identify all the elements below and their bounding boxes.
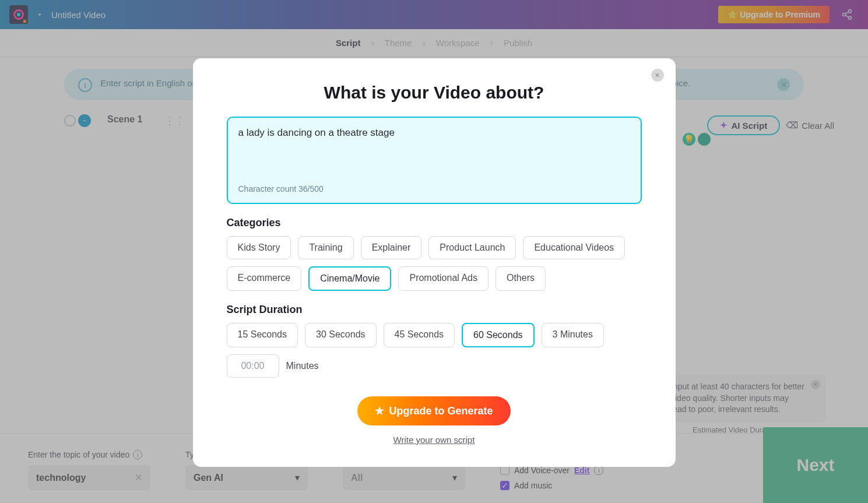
category-chip-e-commerce[interactable]: E-commerce: [227, 266, 302, 291]
custom-duration-input[interactable]: 00:00: [227, 354, 279, 378]
category-chip-training[interactable]: Training: [298, 236, 353, 259]
category-chip-kids-story[interactable]: Kids Story: [227, 236, 291, 259]
close-icon[interactable]: ✕: [651, 69, 664, 82]
category-chip-explainer[interactable]: Explainer: [361, 236, 422, 259]
category-chip-promotional-ads[interactable]: Promotional Ads: [398, 266, 489, 291]
category-chip-educational-videos[interactable]: Educational Videos: [523, 236, 625, 259]
char-count: Character count 36/500: [238, 184, 630, 194]
custom-duration-unit: Minutes: [286, 361, 319, 371]
star-icon: ★: [375, 404, 384, 417]
write-own-script-link[interactable]: Write your own script: [227, 435, 642, 445]
upgrade-generate-button[interactable]: ★ Upgrade to Generate: [357, 396, 510, 425]
modal-title: What is your Video about?: [227, 83, 642, 103]
duration-chip-3-minutes[interactable]: 3 Minutes: [542, 323, 604, 347]
category-chip-cinema-movie[interactable]: Cinema/Movie: [308, 266, 391, 291]
category-chip-product-launch[interactable]: Product Launch: [428, 236, 516, 259]
duration-label: Script Duration: [227, 304, 642, 316]
duration-chip-60-seconds[interactable]: 60 Seconds: [462, 323, 535, 347]
categories-label: Categories: [227, 217, 642, 229]
prompt-textarea[interactable]: a lady is dancing on a theatre stage Cha…: [227, 117, 642, 204]
duration-chip-15-seconds[interactable]: 15 Seconds: [227, 323, 298, 347]
category-chip-others[interactable]: Others: [496, 266, 546, 291]
duration-chip-30-seconds[interactable]: 30 Seconds: [305, 323, 377, 347]
duration-chip-45-seconds[interactable]: 45 Seconds: [384, 323, 455, 347]
ai-script-modal: ✕ What is your Video about? a lady is da…: [193, 58, 676, 467]
